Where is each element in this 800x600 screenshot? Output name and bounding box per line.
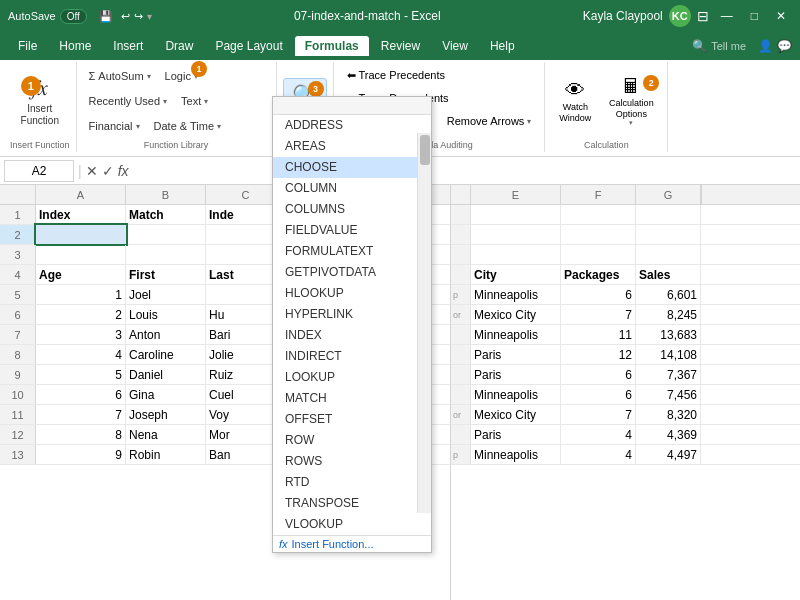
menu-file[interactable]: File [8,36,47,56]
cell-e12[interactable]: Paris [471,425,561,444]
dropdown-item-columns[interactable]: COLUMNS [273,199,431,220]
cell-b2[interactable] [126,225,206,244]
menu-formulas[interactable]: Formulas [295,36,369,56]
cell-g6[interactable]: 8,245 [636,305,701,324]
cell-a8[interactable]: 4 [36,345,126,364]
autosum-button[interactable]: Σ AutoSum ▾ [83,64,157,88]
menu-view[interactable]: View [432,36,478,56]
save-icon[interactable]: 💾 [99,10,113,23]
dropdown-item-formulatext[interactable]: FORMULATEXT [273,241,431,262]
formula-input[interactable] [133,164,796,178]
search-icon[interactable]: 🔍 [692,39,707,53]
dropdown-item-column[interactable]: COLUMN [273,178,431,199]
menu-insert[interactable]: Insert [103,36,153,56]
cell-e7[interactable]: Minneapolis [471,325,561,344]
cell-a6[interactable]: 2 [36,305,126,324]
dropdown-item-match[interactable]: MATCH [273,388,431,409]
col-header-b[interactable]: B [126,185,206,204]
cell-g7[interactable]: 13,683 [636,325,701,344]
dropdown-item-lookup[interactable]: LOOKUP [273,367,431,388]
col-header-a[interactable]: A [36,185,126,204]
logic-button[interactable]: Logic ▾ 1 [159,64,204,88]
dropdown-item-rtd[interactable]: RTD [273,472,431,493]
dropdown-item-row[interactable]: ROW [273,430,431,451]
cell-a10[interactable]: 6 [36,385,126,404]
text-button[interactable]: Text ▾ [175,89,214,113]
cell-e5[interactable]: Minneapolis [471,285,561,304]
cell-g13[interactable]: 4,497 [636,445,701,464]
insert-function-button[interactable]: 1 𝑓𝑥 InsertFunction [18,73,62,129]
cell-f1[interactable] [561,205,636,224]
menu-page-layout[interactable]: Page Layout [205,36,292,56]
cell-b8[interactable]: Caroline [126,345,206,364]
cell-f4[interactable]: Packages [561,265,636,284]
dropdown-item-address[interactable]: ADDRESS [273,115,431,136]
menu-home[interactable]: Home [49,36,101,56]
cell-a3[interactable] [36,245,126,264]
cell-b4[interactable]: First [126,265,206,284]
cell-f7[interactable]: 11 [561,325,636,344]
col-header-e[interactable]: E [471,185,561,204]
cell-e9[interactable]: Paris [471,365,561,384]
trace-precedents-button[interactable]: ⬅ Trace Precedents [340,64,452,86]
tell-me-input[interactable]: Tell me [711,40,746,52]
cell-b12[interactable]: Nena [126,425,206,444]
cell-a4[interactable]: Age [36,265,126,284]
cell-b1[interactable]: Match [126,205,206,224]
cell-e10[interactable]: Minneapolis [471,385,561,404]
cell-f10[interactable]: 6 [561,385,636,404]
ribbon-icon[interactable]: ⊟ [697,8,709,24]
col-header-f[interactable]: F [561,185,636,204]
dropdown-item-hyperlink[interactable]: HYPERLINK [273,304,431,325]
cell-g12[interactable]: 4,369 [636,425,701,444]
cell-b11[interactable]: Joseph [126,405,206,424]
undo-icon[interactable]: ↩ [121,10,130,23]
dropdown-item-fieldvalue[interactable]: FIELDVALUE [273,220,431,241]
cell-e6[interactable]: Mexico City [471,305,561,324]
cell-e13[interactable]: Minneapolis [471,445,561,464]
cell-f8[interactable]: 12 [561,345,636,364]
cell-e2[interactable] [471,225,561,244]
cell-b13[interactable]: Robin [126,445,206,464]
cell-e3[interactable] [471,245,561,264]
cell-b6[interactable]: Louis [126,305,206,324]
cell-g2[interactable] [636,225,701,244]
confirm-formula-icon[interactable]: ✓ [102,163,114,179]
cell-e4[interactable]: City [471,265,561,284]
dropdown-item-transpose[interactable]: TRANSPOSE [273,493,431,514]
dropdown-scrollbar[interactable] [417,133,431,513]
cell-a11[interactable]: 7 [36,405,126,424]
cell-e8[interactable]: Paris [471,345,561,364]
cell-f2[interactable] [561,225,636,244]
dropdown-item-choose[interactable]: CHOOSE [273,157,431,178]
cell-f3[interactable] [561,245,636,264]
maximize-button[interactable]: □ [745,7,764,25]
cell-g5[interactable]: 6,601 [636,285,701,304]
cell-g10[interactable]: 7,456 [636,385,701,404]
dropdown-item-offset[interactable]: OFFSET [273,409,431,430]
insert-function-footer[interactable]: fx Insert Function... [273,535,431,552]
dropdown-item-areas[interactable]: AREAS [273,136,431,157]
watch-window-button[interactable]: 👁 Watch Window [551,73,599,129]
cell-f11[interactable]: 7 [561,405,636,424]
cell-a9[interactable]: 5 [36,365,126,384]
calc-options-button[interactable]: 2 🖩 CalculationOptions ▾ [601,73,661,129]
cell-g9[interactable]: 7,367 [636,365,701,384]
cell-a13[interactable]: 9 [36,445,126,464]
dropdown-item-vlookup[interactable]: VLOOKUP [273,514,431,535]
recently-used-button[interactable]: Recently Used ▾ [83,89,174,113]
cell-a12[interactable]: 8 [36,425,126,444]
dropdown-item-hlookup[interactable]: HLOOKUP [273,283,431,304]
cell-g4[interactable]: Sales [636,265,701,284]
cell-b3[interactable] [126,245,206,264]
cell-a7[interactable]: 3 [36,325,126,344]
cell-a2[interactable] [36,225,126,244]
cell-e1[interactable] [471,205,561,224]
dropdown-item-indirect[interactable]: INDIRECT [273,346,431,367]
name-box[interactable] [4,160,74,182]
close-button[interactable]: ✕ [770,7,792,25]
share-icon[interactable]: 👤 [758,39,773,53]
comments-icon[interactable]: 💬 [777,39,792,53]
minimize-button[interactable]: — [715,7,739,25]
cell-f13[interactable]: 4 [561,445,636,464]
